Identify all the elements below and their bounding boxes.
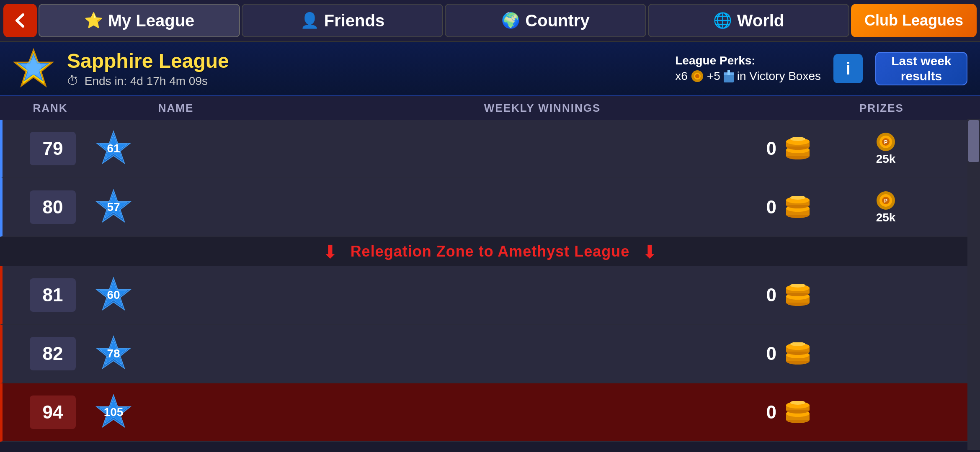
tab-country-label: Country [525, 11, 589, 30]
tab-friends-label: Friends [324, 11, 384, 30]
league-name: Sapphire League [67, 49, 663, 72]
relegation-arrow-right: ⬇ [642, 241, 658, 262]
table-row-current-player: 94 105 0 [0, 383, 980, 442]
prizes-cell: P 25k [825, 190, 972, 224]
weekly-winnings: 0 [766, 343, 776, 364]
weekly-winnings: 0 [766, 402, 776, 423]
timer-icon: ⏱ [67, 74, 79, 87]
table-row: 82 78 0 [0, 325, 980, 383]
svg-point-2 [26, 60, 41, 75]
rank-number: 82 [43, 343, 63, 364]
perks-title: League Perks: [675, 54, 755, 67]
relegation-zone-text: Relegation Zone to Amethyst League [351, 243, 630, 260]
relegation-arrow-left: ⬇ [322, 241, 338, 262]
rank-cell: 81 [11, 278, 95, 312]
rank-number: 79 [43, 138, 63, 159]
name-cell: 78 [95, 335, 262, 372]
country-icon: 🌍 [501, 12, 520, 29]
league-header: Sapphire League ⏱ Ends in: 4d 17h 4m 09s… [0, 42, 980, 96]
weekly-cell: 0 [262, 196, 825, 219]
rank-number: 94 [43, 402, 63, 423]
tab-friends[interactable]: 👤 Friends [242, 4, 443, 37]
tab-my-league[interactable]: ⭐ My League [39, 4, 240, 37]
table-body: 79 61 0 [0, 120, 980, 442]
league-perks: League Perks: x6 +5 in Victory Boxes [675, 54, 821, 83]
info-button[interactable]: i [833, 54, 863, 83]
svg-text:P: P [884, 198, 887, 204]
perks-detail: x6 +5 in Victory Boxes [675, 69, 821, 83]
weekly-cell: 0 [262, 342, 825, 365]
col-prizes: PRIZES [825, 102, 972, 115]
tab-my-league-label: My League [108, 11, 195, 30]
prizes-cell: P 25k [825, 131, 972, 166]
gear-icon [690, 69, 704, 83]
prize-gear-icon: P [875, 190, 896, 211]
back-button[interactable] [3, 4, 37, 37]
scroll-thumb[interactable] [968, 120, 979, 162]
weekly-winnings: 0 [766, 197, 776, 218]
rank-box: 94 [30, 396, 76, 429]
timer-text: Ends in: 4d 17h 4m 09s [85, 74, 208, 87]
club-leagues-label: Club Leagues [864, 12, 963, 29]
player-star: 60 [95, 276, 132, 314]
tab-world-label: World [737, 11, 784, 30]
table-row: 81 60 0 [0, 266, 980, 325]
name-cell: 61 [95, 130, 262, 167]
friends-icon: 👤 [300, 12, 319, 29]
player-level: 60 [95, 276, 132, 314]
last-week-button[interactable]: Last weekresults [875, 52, 967, 85]
prize-amount: 25k [876, 152, 896, 166]
svg-text:P: P [884, 139, 887, 145]
prize-gear-icon: P [875, 131, 896, 152]
coin-stack-icon [783, 196, 812, 219]
prize-amount: 25k [876, 211, 896, 224]
rank-cell: 79 [11, 132, 95, 165]
rank-box: 79 [30, 132, 76, 165]
table-header: RANK NAME WEEKLY WINNINGS PRIZES [0, 96, 980, 120]
coin-stack-icon [783, 284, 812, 307]
name-cell: 57 [95, 188, 262, 226]
table-row: 80 57 0 [0, 178, 980, 237]
club-leagues-button[interactable]: Club Leagues [851, 4, 977, 37]
world-icon: 🌐 [713, 12, 732, 29]
weekly-winnings: 0 [766, 138, 776, 159]
league-timer: ⏱ Ends in: 4d 17h 4m 09s [67, 74, 663, 88]
tab-country[interactable]: 🌍 Country [445, 4, 646, 37]
info-icon: i [846, 59, 850, 78]
scroll-track[interactable] [967, 119, 980, 450]
col-name: NAME [92, 102, 260, 115]
perks-x6: x6 [675, 69, 688, 83]
table-row: 79 61 0 [0, 120, 980, 178]
player-star: 57 [95, 188, 132, 226]
weekly-winnings: 0 [766, 285, 776, 306]
name-cell: 105 [95, 393, 262, 431]
top-navigation: ⭐ My League 👤 Friends 🌍 Country 🌐 World … [0, 0, 980, 42]
league-star-icon [13, 48, 54, 90]
player-level: 57 [95, 188, 132, 226]
rank-number: 80 [43, 197, 63, 218]
rank-box: 82 [30, 337, 76, 370]
weekly-cell: 0 [262, 137, 825, 160]
player-star: 78 [95, 335, 132, 372]
perks-text: in Victory Boxes [737, 69, 821, 83]
col-weekly: WEEKLY WINNINGS [260, 102, 825, 115]
player-level: 78 [95, 335, 132, 372]
league-info: Sapphire League ⏱ Ends in: 4d 17h 4m 09s [67, 49, 663, 88]
perks-plus5: +5 [707, 69, 720, 83]
rank-cell: 94 [11, 396, 95, 429]
svg-point-5 [695, 74, 699, 78]
last-week-label: Last weekresults [891, 54, 951, 84]
svg-rect-8 [727, 70, 730, 75]
rank-box: 80 [30, 190, 76, 224]
player-star: 61 [95, 130, 132, 167]
weekly-cell: 0 [262, 284, 825, 307]
rank-number: 81 [43, 285, 63, 306]
coin-stack-icon [783, 342, 812, 365]
player-level: 61 [95, 130, 132, 167]
col-rank: RANK [8, 102, 92, 115]
player-level: 105 [95, 393, 132, 431]
rank-box: 81 [30, 278, 76, 312]
tab-world[interactable]: 🌐 World [648, 4, 849, 37]
weekly-cell: 0 [262, 401, 825, 424]
coin-stack-icon [783, 401, 812, 424]
